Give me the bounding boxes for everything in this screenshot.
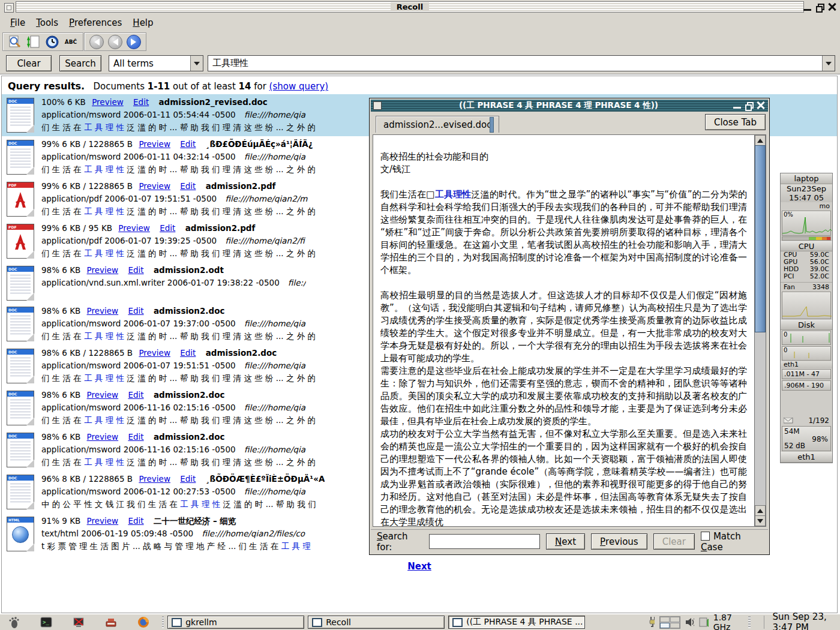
main-window-titlebar[interactable]: Recoll — [0, 0, 840, 15]
taskbar-gripper[interactable] — [162, 616, 164, 628]
eth-bottom-label: eth1 — [781, 452, 832, 463]
preview-titlebar[interactable]: ((工 PHRASE 4 具 PHRASE 4 理 PHRASE 4 性)) — [371, 100, 768, 112]
first-page-icon[interactable] — [89, 35, 104, 49]
preview-link[interactable]: Preview — [118, 223, 150, 233]
term-explorer-icon[interactable]: ÅBĈ — [64, 35, 78, 49]
menu-item[interactable]: Help — [127, 16, 158, 29]
scroll-up-icon[interactable] — [755, 505, 766, 516]
firefox-icon[interactable] — [137, 616, 150, 629]
close-tab-button[interactable]: Close Tab — [705, 114, 766, 130]
workspace-pager[interactable] — [659, 616, 680, 629]
clear-button[interactable]: Clear — [6, 55, 52, 71]
show-query-details-icon[interactable] — [8, 35, 22, 49]
next-results-link[interactable]: Next — [407, 561, 431, 572]
scroll-down-icon[interactable] — [755, 515, 766, 526]
file-type-icon: DOC — [7, 98, 34, 133]
edit-link[interactable]: Edit — [128, 306, 143, 316]
search-mode-select[interactable]: All terms — [109, 55, 203, 71]
toolbar-group-nav — [84, 32, 146, 51]
preview-searchbar: Search for: Next Previous Clear Match Ca… — [371, 529, 768, 553]
gkrellm-clock: Sun23Sep 15:47 05 — [781, 184, 832, 202]
find-next-button[interactable]: Next — [546, 533, 585, 550]
edit-link[interactable]: Edit — [128, 390, 143, 400]
preview-scrollbar[interactable] — [754, 134, 766, 527]
edit-link[interactable]: Edit — [180, 139, 196, 149]
preview-link[interactable]: Preview — [92, 97, 124, 107]
menu-item[interactable]: Tools — [31, 16, 64, 29]
match-case-checkbox[interactable]: Match Case — [701, 531, 762, 553]
sort-parameters-icon[interactable] — [26, 35, 41, 49]
disk-write-chart[interactable]: 0 — [782, 346, 831, 361]
minimize-icon[interactable] — [803, 9, 811, 11]
power-plug-icon[interactable] — [649, 616, 655, 628]
maximize-icon[interactable] — [745, 102, 752, 109]
show-query-link[interactable]: (show query) — [269, 81, 329, 92]
close-icon[interactable] — [828, 3, 836, 11]
taskbar-window-button[interactable]: gkrellm — [167, 616, 304, 629]
checkbox-icon[interactable] — [701, 532, 710, 541]
result-relevance-size: 98% 6 KB — [41, 390, 80, 400]
result-mime-date: application/msword 2006-01-12 00:27:53 -… — [41, 487, 236, 496]
edit-link[interactable]: Edit — [128, 432, 143, 442]
fan-chart[interactable] — [782, 292, 831, 319]
search-button[interactable]: Search — [59, 55, 101, 71]
edit-link[interactable]: Edit — [180, 474, 196, 484]
gnome-menu-icon[interactable] — [7, 616, 20, 629]
result-mime-date: application/msword 2006-01-07 19:37:00 -… — [41, 319, 236, 328]
chevron-down-icon[interactable] — [190, 56, 203, 71]
preview-link[interactable]: Preview — [87, 265, 119, 275]
preview-link[interactable]: Preview — [87, 432, 119, 442]
sort-by-date-icon[interactable] — [45, 35, 59, 49]
preview-link[interactable]: Preview — [139, 139, 170, 149]
edit-link[interactable]: Edit — [128, 265, 143, 275]
scrollbar-thumb[interactable] — [755, 145, 766, 332]
preview-tab[interactable]: admission2...evised.doc — [376, 116, 499, 133]
result-text: 98% 6 KB Preview Edit admission2.odt app… — [41, 264, 306, 301]
preview-link[interactable]: Preview — [87, 516, 119, 526]
preview-window: ((工 PHRASE 4 具 PHRASE 4 理 PHRASE 4 性)) a… — [369, 98, 770, 555]
close-icon[interactable] — [757, 101, 765, 110]
menu-item[interactable]: File — [5, 16, 31, 29]
next-page-icon[interactable] — [127, 35, 141, 49]
preview-link[interactable]: Preview — [139, 181, 170, 191]
find-clear-button[interactable]: Clear — [653, 533, 695, 550]
preview-text[interactable]: 高校招生的社会功能和目的 文/钱江 我们生活在□工具理性泛滥的时代。作为“世之显… — [373, 134, 755, 527]
preview-link[interactable]: Preview — [139, 348, 170, 358]
previous-page-icon[interactable] — [108, 35, 122, 49]
search-for-label: Search for: — [377, 531, 423, 553]
typewriter-icon[interactable] — [104, 616, 118, 629]
disk-read-chart[interactable]: 0 — [782, 331, 831, 345]
preview-search-input[interactable] — [429, 534, 540, 549]
clock-gripper[interactable] — [748, 616, 750, 628]
scroll-up-icon[interactable] — [755, 135, 766, 146]
taskbar-window-button[interactable]: Recoll — [308, 616, 445, 629]
lock-screen-icon[interactable] — [72, 616, 85, 629]
edit-link[interactable]: Edit — [180, 181, 196, 191]
result-total: 14 — [239, 81, 251, 92]
mem-battery-volume-meter[interactable]: 54M 98% 52 dB — [782, 426, 831, 451]
edit-link[interactable]: Edit — [160, 223, 175, 233]
window-menu-icon[interactable] — [4, 3, 14, 13]
speaker-icon[interactable] — [685, 617, 694, 627]
taskbar-window-button[interactable]: ((工 PHRASE 4 具 PHRASE ... — [448, 616, 585, 629]
edit-link[interactable]: Edit — [133, 97, 149, 107]
minimize-icon[interactable] — [733, 107, 741, 109]
cpu-chart[interactable]: 0% — [782, 211, 831, 236]
mail-monitor[interactable]: 1/192 — [781, 416, 832, 425]
gkrellm-panel[interactable]: laptop Sun23Sep 15:47 05 mo 0% CPU CPU59… — [780, 173, 833, 463]
cpufreq-icon[interactable] — [699, 617, 709, 628]
preview-link[interactable]: Preview — [87, 390, 119, 400]
taskbar-clock[interactable]: Sun Sep 23, 3:47 PM — [764, 616, 840, 629]
restore-icon[interactable] — [816, 4, 823, 11]
edit-link[interactable]: Edit — [128, 516, 143, 526]
file-type-icon: PDF — [7, 224, 34, 259]
find-previous-button[interactable]: Previous — [591, 533, 647, 550]
terminal-icon[interactable]: >_ — [40, 616, 53, 629]
query-history-dropdown-icon[interactable] — [822, 56, 835, 71]
preview-link[interactable]: Preview — [87, 306, 119, 316]
edit-link[interactable]: Edit — [180, 348, 196, 358]
query-input[interactable]: 工具理性 — [208, 55, 835, 71]
preview-link[interactable]: Preview — [139, 474, 170, 484]
preview-window-menu-icon[interactable] — [373, 101, 382, 110]
menu-item[interactable]: Preferences — [64, 16, 127, 29]
